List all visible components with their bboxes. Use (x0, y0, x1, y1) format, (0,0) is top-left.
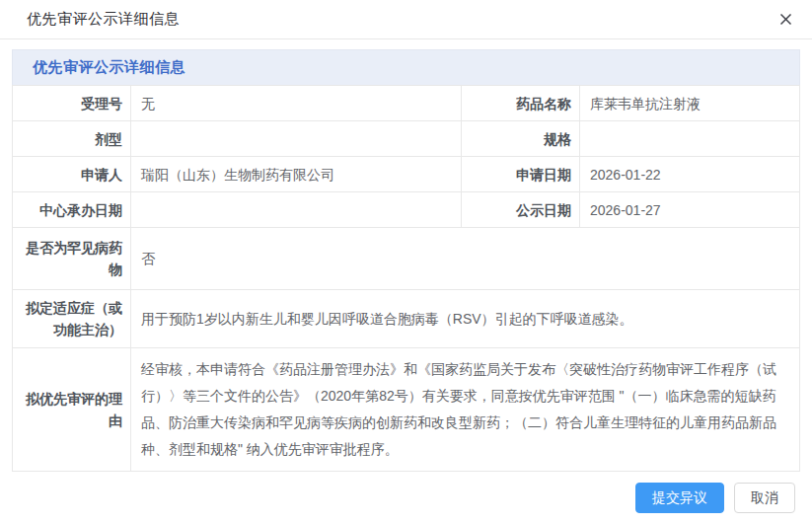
close-icon (778, 12, 793, 27)
field-label-dosage-form: 剂型 (13, 121, 131, 157)
field-label-priority-review-reason: 拟优先审评的理由 (13, 348, 131, 472)
dialog-footer: 提交异议 取消 (0, 471, 812, 524)
table-row: 中心承办日期 公示日期 2026-01-27 (13, 192, 800, 228)
field-value-applicant: 瑞阳（山东）生物制药有限公司 (131, 157, 462, 192)
field-label-drug-name: 药品名称 (462, 86, 580, 121)
field-value-acceptance-no: 无 (131, 86, 462, 121)
table-row: 申请人 瑞阳（山东）生物制药有限公司 申请日期 2026-01-22 (13, 157, 800, 192)
field-value-dosage-form (131, 121, 462, 157)
table-row: 是否为罕见病药物 否 (13, 228, 800, 290)
field-value-center-handling-date (131, 192, 462, 228)
field-label-indication: 拟定适应症（或功能主治） (13, 290, 131, 348)
cancel-button[interactable]: 取消 (734, 483, 795, 513)
table-row: 拟优先审评的理由 经审核，本申请符合《药品注册管理办法》和《国家药监局关于发布〈… (13, 348, 800, 472)
field-label-center-handling-date: 中心承办日期 (13, 192, 131, 228)
field-value-indication: 用于预防1岁以内新生儿和婴儿因呼吸道合胞病毒（RSV）引起的下呼吸道感染。 (131, 290, 800, 348)
field-value-specification (580, 121, 800, 157)
table-row: 受理号 无 药品名称 库莱韦单抗注射液 (13, 86, 800, 121)
section-header: 优先审评公示详细信息 (12, 49, 800, 85)
field-value-drug-name: 库莱韦单抗注射液 (580, 86, 800, 121)
field-label-rare-disease: 是否为罕见病药物 (13, 228, 131, 290)
dialog-header: 优先审评公示详细信息 (0, 0, 812, 39)
field-value-publicity-date: 2026-01-27 (580, 192, 800, 228)
field-label-application-date: 申请日期 (462, 157, 580, 192)
field-value-rare-disease: 否 (131, 228, 800, 290)
section-title: 优先审评公示详细信息 (33, 58, 185, 77)
submit-objection-button[interactable]: 提交异议 (635, 483, 724, 513)
table-row: 拟定适应症（或功能主治） 用于预防1岁以内新生儿和婴儿因呼吸道合胞病毒（RSV）… (13, 290, 800, 348)
field-value-application-date: 2026-01-22 (580, 157, 800, 192)
table-row: 剂型 规格 (13, 121, 800, 157)
field-label-publicity-date: 公示日期 (462, 192, 580, 228)
field-label-specification: 规格 (462, 121, 580, 157)
field-value-priority-review-reason: 经审核，本申请符合《药品注册管理办法》和《国家药监局关于发布〈突破性治疗药物审评… (131, 348, 800, 472)
dialog-title: 优先审评公示详细信息 (27, 10, 180, 29)
close-button[interactable] (775, 9, 796, 31)
field-label-acceptance-no: 受理号 (13, 86, 131, 121)
detail-table: 受理号 无 药品名称 库莱韦单抗注射液 剂型 规格 申请人 瑞阳（山东）生物制药… (12, 85, 800, 472)
field-label-applicant: 申请人 (13, 157, 131, 192)
dialog-body: 优先审评公示详细信息 受理号 无 药品名称 库莱韦单抗注射液 剂型 规格 申请人 (0, 39, 812, 472)
